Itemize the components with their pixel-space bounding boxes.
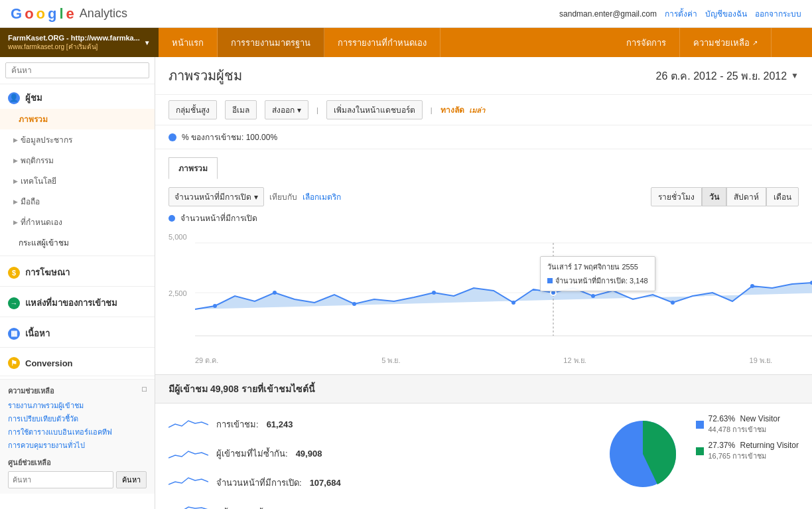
- sidebar-item-behavior[interactable]: ▶พฤติกรรม: [0, 150, 155, 171]
- chart-svg: [195, 230, 812, 342]
- time-btn-hourly[interactable]: รายชั่วโมง: [651, 187, 702, 206]
- email-button[interactable]: อีเมล: [225, 100, 257, 119]
- logo-letter-e: e: [66, 5, 74, 23]
- compare-label: เทียบกับ: [269, 190, 297, 203]
- sparkline-visits: [169, 414, 208, 434]
- help-collapse-icon[interactable]: □: [142, 385, 147, 397]
- legend-label: จำนวนหน้าที่มีการเปิด: [180, 212, 257, 224]
- sidebar-section-advertising: $ การโฆษณา: [0, 259, 155, 283]
- stat-row-unique: ผู้เข้าชมที่ไม่ซ้ำกัน: 49,908: [169, 443, 583, 463]
- help-search-button[interactable]: ค้นหา: [116, 471, 147, 488]
- nav-tab-custom-reports[interactable]: การรายงานที่กำหนดเอง: [324, 28, 440, 57]
- group-button[interactable]: กลุ่มชั้นสูง: [169, 100, 217, 119]
- help-link-interactive[interactable]: การใช้ตารางแบบอินเทอร์แอคทีฟ: [8, 426, 147, 438]
- sidebar-item-visitor-flow[interactable]: กระแสผู้เข้าชม: [0, 232, 155, 253]
- svg-point-3: [213, 304, 217, 308]
- logo-letter-o1: o: [25, 5, 33, 23]
- divider: [0, 255, 155, 256]
- site-selector[interactable]: FarmKaset.ORG - http://www.farmka... www…: [0, 28, 159, 57]
- pie-svg: [603, 414, 683, 494]
- sidebar-item-mobile[interactable]: ▶มือถือ: [0, 191, 155, 212]
- metric-selector: จำนวนหน้าที่มีการเปิด ▾ เทียบกับ เลือกเม…: [169, 187, 341, 206]
- nav-tab-home[interactable]: หน้าแรก: [159, 28, 218, 57]
- stat-row-visits: การเข้าชม: 61,243: [169, 414, 583, 434]
- settings-link[interactable]: การตั้งค่า: [665, 7, 697, 20]
- divider: [0, 347, 155, 348]
- x-label-1: 29 ต.ค.: [195, 354, 218, 366]
- x-label-3: 12 พ.ย.: [563, 354, 586, 366]
- svg-point-4: [273, 291, 277, 295]
- nav-tab-help[interactable]: ความช่วยเหลือ↗: [680, 28, 772, 57]
- export-dropdown-icon: ▾: [297, 106, 301, 115]
- stat-value-pages-per-visit: 1.76: [290, 507, 306, 510]
- sparkline-pagespervisit: [169, 502, 208, 509]
- sidebar-section-conversion-header[interactable]: ⚑ Conversion: [0, 350, 155, 373]
- stat-label-pageviews: จำนวนหน้าที่มีการเปิด:: [216, 476, 302, 490]
- chart-tab-overview[interactable]: ภาพรวม: [169, 157, 218, 179]
- sidebar-section-conversion-label: Conversion: [25, 358, 73, 368]
- nav-tab-standard-reports[interactable]: การรายงานมาตรฐาน: [218, 28, 324, 57]
- account-link[interactable]: บัญชีของฉัน: [705, 7, 747, 20]
- tooltip-metric: จำนวนหน้าที่มีการเปิด: 3,148: [555, 275, 648, 287]
- time-btn-month[interactable]: เดือน: [766, 187, 799, 206]
- shortcut-link[interactable]: ทางลัด เมล่า: [440, 104, 485, 116]
- stats-section: การเข้าชม: 61,243 ผู้เข้าชมที่ไม่ซ้ำกัน:…: [155, 403, 812, 509]
- person-icon: 👤: [8, 92, 20, 104]
- toolbar-separator: |: [316, 106, 318, 114]
- chart-x-labels: 29 ต.ค. 5 พ.ย. 12 พ.ย. 19 พ.ย.: [169, 354, 799, 366]
- search-input[interactable]: [5, 62, 149, 78]
- sidebar-section-visitors-header[interactable]: 👤 ผู้ชม: [0, 84, 155, 109]
- logout-link[interactable]: ออกจากระบบ: [755, 7, 801, 20]
- time-btn-day[interactable]: วัน: [702, 187, 726, 206]
- shortcut-sublabel: เมล่า: [469, 106, 485, 114]
- sidebar-item-custom[interactable]: ▶ที่กำหนดเอง: [0, 212, 155, 232]
- svg-point-5: [352, 302, 356, 306]
- metric-dropdown[interactable]: จำนวนหน้าที่มีการเปิด ▾: [169, 187, 264, 206]
- stat-value-pageviews: 107,684: [310, 478, 341, 488]
- pie-returning-label: Returning Visitor: [740, 441, 799, 450]
- triangle-icon: ▶: [13, 219, 18, 226]
- pie-legend: 72.63% New Visitor 44,478 การเข้าชม 27.3…: [696, 414, 799, 467]
- add-to-dashboard-button[interactable]: เพิ่มลงในหน้าแดชบอร์ต: [326, 100, 423, 119]
- sidebar-section-content-header[interactable]: ▦ เนื้อหา: [0, 320, 155, 344]
- sidebar-section-sources-label: แหล่งที่มาของการเข้าชม: [25, 296, 117, 310]
- stat-label-pages-per-visit: หน้า / การเข้าชม:: [216, 505, 282, 510]
- help-link-control[interactable]: การควบคุมรายงานทั่วไป: [8, 439, 147, 451]
- sidebar-section-content: ▦ เนื้อหา: [0, 320, 155, 344]
- pie-returning-count: 16,765 การเข้าชม: [708, 450, 799, 462]
- nav-tab-manage[interactable]: การจัดการ: [613, 28, 680, 57]
- sidebar-item-overview[interactable]: ภาพรวม: [0, 109, 155, 129]
- triangle-icon: ▶: [13, 137, 18, 143]
- pie-new-count: 44,478 การเข้าชม: [708, 423, 780, 435]
- sidebar-item-demographics[interactable]: ▶ข้อมูลประชากร: [0, 129, 155, 150]
- toolbar-separator-2: |: [431, 106, 433, 114]
- help-search-input[interactable]: [8, 471, 113, 488]
- sidebar-item-custom-label: ที่กำหนดเอง: [21, 216, 62, 228]
- sidebar-section-sources-header[interactable]: → แหล่งที่มาของการเข้าชม: [0, 289, 155, 314]
- time-btn-week[interactable]: สัปดาห์: [726, 187, 766, 206]
- segment-dot-icon: [169, 133, 176, 141]
- sidebar-item-mobile-label: มือถือ: [21, 195, 40, 208]
- logo: Google Analytics: [11, 5, 127, 23]
- sidebar-item-technology[interactable]: ▶เทคโนโลยี: [0, 171, 155, 191]
- metric-link[interactable]: เลือกเมตริก: [303, 190, 341, 203]
- stat-row-pageviews: จำนวนหน้าที่มีการเปิด: 107,684: [169, 473, 583, 492]
- export-button[interactable]: ส่งออก ▾: [265, 100, 308, 119]
- help-link-overview[interactable]: รายงานภาพรวมผู้เข้าชม: [8, 400, 147, 411]
- time-controls: รายชั่วโมง วัน สัปดาห์ เดือน: [651, 187, 799, 206]
- svg-point-7: [511, 301, 515, 305]
- conversion-icon: ⚑: [8, 357, 20, 369]
- metric-dropdown-icon: ▾: [254, 192, 258, 202]
- tooltip-date: วันเสาร์ 17 พฤศจิกายน 2555: [547, 261, 648, 273]
- sidebar-section-advertising-header[interactable]: $ การโฆษณา: [0, 259, 155, 283]
- date-range-arrow-icon[interactable]: ▼: [791, 71, 799, 80]
- date-range: 26 ต.ค. 2012 - 25 พ.ย. 2012 ▼: [656, 68, 799, 84]
- pie-dot-returning: [696, 447, 704, 455]
- logo-letter-o2: o: [36, 5, 45, 23]
- y-label-top: 5,000: [169, 233, 187, 241]
- help-link-compare[interactable]: การเปรียบเทียบตัวชี้วัด: [8, 413, 147, 425]
- toolbar: กลุ่มชั้นสูง อีเมล ส่งออก ▾ | เพิ่มลงในห…: [155, 95, 812, 125]
- tooltip-dot: [547, 278, 553, 283]
- segment-bar: % ของการเข้าชม: 100.00%: [155, 125, 812, 149]
- help-section: ความช่วยเหลือ □ รายงานภาพรวมผู้เข้าชม กา…: [0, 379, 155, 494]
